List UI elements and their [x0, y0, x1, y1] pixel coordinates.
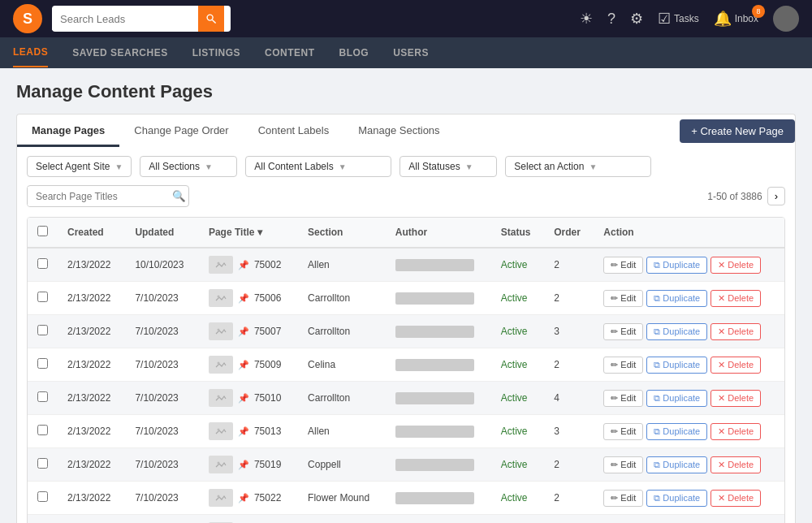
page-search-button[interactable]: 🔍: [166, 186, 189, 206]
svg-point-7: [217, 329, 219, 331]
tab-content-labels[interactable]: Content Labels: [244, 116, 343, 147]
row-order: 3: [544, 315, 594, 348]
create-new-page-button[interactable]: + Create New Page: [680, 119, 795, 143]
duplicate-button[interactable]: ⧉ Duplicate: [646, 490, 707, 507]
tab-change-page-order[interactable]: Change Page Order: [119, 116, 243, 147]
top-nav: S ☀ ? ⚙ ☑ Tasks 🔔 Inbox 8: [0, 0, 812, 37]
delete-button[interactable]: ✕ Delete: [710, 323, 761, 340]
inbox-badge: 8: [752, 5, 765, 18]
nav-icons: ☀ ? ⚙ ☑ Tasks 🔔 Inbox 8: [580, 6, 799, 32]
duplicate-button[interactable]: ⧉ Duplicate: [646, 290, 707, 307]
row-checkbox[interactable]: [37, 325, 48, 335]
content-labels-arrow: ▼: [339, 162, 347, 171]
row-author: ████████: [386, 282, 491, 315]
nav-users[interactable]: USERS: [393, 39, 429, 67]
duplicate-button[interactable]: ⧉ Duplicate: [646, 456, 707, 473]
edit-button[interactable]: ✏ Edit: [603, 490, 643, 507]
author-blurred: ████████: [395, 492, 474, 504]
duplicate-button[interactable]: ⧉ Duplicate: [646, 357, 707, 374]
row-checkbox[interactable]: [37, 292, 48, 302]
tab-manage-sections[interactable]: Manage Sections: [343, 116, 454, 147]
pin-icon: 📌: [238, 326, 249, 337]
settings-icon-button[interactable]: ⚙: [630, 10, 643, 28]
row-checkbox-cell: [28, 348, 58, 382]
nav-saved-searches[interactable]: SAVED SEARCHES: [72, 39, 167, 67]
delete-button[interactable]: ✕ Delete: [710, 390, 761, 407]
row-status: Active: [491, 515, 544, 524]
avatar[interactable]: [773, 6, 799, 32]
duplicate-button[interactable]: ⧉ Duplicate: [646, 423, 707, 440]
row-updated: 7/10/2023: [125, 315, 199, 348]
row-page-title: 📌 75009: [199, 348, 298, 382]
filters-row: Select Agent Site ▼ All Sections ▼ All C…: [27, 156, 785, 177]
row-checkbox[interactable]: [37, 491, 48, 502]
logo-button[interactable]: S: [13, 4, 42, 33]
edit-button[interactable]: ✏ Edit: [603, 290, 643, 307]
delete-button[interactable]: ✕ Delete: [710, 490, 761, 507]
tab-manage-pages[interactable]: Manage Pages: [17, 116, 119, 147]
row-actions: ✏ Edit ⧉ Duplicate ✕ Delete: [594, 315, 784, 348]
duplicate-button[interactable]: ⧉ Duplicate: [646, 390, 707, 407]
svg-point-11: [217, 395, 219, 398]
row-checkbox[interactable]: [37, 458, 48, 469]
tasks-button[interactable]: ☑ Tasks: [658, 10, 699, 28]
delete-button[interactable]: ✕ Delete: [710, 456, 761, 473]
header-checkbox: [28, 218, 58, 248]
edit-button[interactable]: ✏ Edit: [603, 456, 643, 473]
row-created: 2/13/2022: [58, 248, 125, 282]
delete-button[interactable]: ✕ Delete: [710, 423, 761, 440]
edit-button[interactable]: ✏ Edit: [603, 257, 643, 274]
row-checkbox-cell: [28, 315, 58, 348]
nav-content[interactable]: CONTENT: [265, 39, 315, 67]
row-page-number: 75002: [254, 259, 281, 270]
header-created: Created: [58, 218, 125, 248]
row-order: 2: [544, 482, 594, 515]
row-checkbox[interactable]: [37, 258, 48, 269]
nav-listings[interactable]: LISTINGS: [192, 39, 240, 67]
header-updated: Updated: [125, 218, 199, 248]
row-order: 3: [544, 415, 594, 448]
row-section: Celina: [298, 348, 386, 382]
row-checkbox[interactable]: [37, 425, 48, 435]
row-section: Flower Mound: [298, 482, 386, 515]
nav-blog[interactable]: BLOG: [339, 39, 369, 67]
row-page-title: 📌 75010: [199, 382, 298, 415]
search-input[interactable]: [52, 8, 198, 30]
row-checkbox[interactable]: [37, 358, 48, 369]
statuses-filter[interactable]: All Statuses ▼: [400, 156, 497, 177]
row-author: ████████: [386, 248, 491, 282]
delete-button[interactable]: ✕ Delete: [710, 257, 761, 274]
row-created: 2/13/2022: [58, 282, 125, 315]
author-blurred: ████████: [395, 326, 474, 338]
bulb-icon-button[interactable]: ☀: [580, 10, 593, 28]
svg-point-3: [217, 262, 219, 265]
search-submit-button[interactable]: [198, 6, 224, 32]
agent-site-filter[interactable]: Select Agent Site ▼: [27, 156, 132, 177]
pin-icon: 📌: [238, 493, 249, 504]
header-page-title[interactable]: Page Title ▾: [199, 218, 298, 248]
content-labels-filter[interactable]: All Content Labels ▼: [245, 156, 391, 177]
edit-button[interactable]: ✏ Edit: [603, 390, 643, 407]
row-checkbox[interactable]: [37, 391, 48, 402]
nav-leads[interactable]: LEADS: [13, 38, 48, 67]
sections-filter[interactable]: All Sections ▼: [140, 156, 237, 177]
delete-button[interactable]: ✕ Delete: [710, 357, 761, 374]
action-filter[interactable]: Select an Action ▼: [505, 156, 651, 177]
edit-button[interactable]: ✏ Edit: [603, 423, 643, 440]
search-bar: [52, 6, 231, 32]
row-actions: ✏ Edit ⧉ Duplicate ✕ Delete: [594, 248, 784, 282]
page-title-search-input[interactable]: [28, 187, 166, 206]
duplicate-button[interactable]: ⧉ Duplicate: [646, 323, 707, 340]
edit-button[interactable]: ✏ Edit: [603, 323, 643, 340]
help-icon-button[interactable]: ?: [607, 11, 615, 28]
next-page-button[interactable]: ›: [767, 187, 785, 205]
delete-button[interactable]: ✕ Delete: [710, 290, 761, 307]
edit-button[interactable]: ✏ Edit: [603, 357, 643, 374]
row-page-title: 📌 75022: [199, 482, 298, 515]
select-all-checkbox[interactable]: [37, 226, 48, 236]
duplicate-button[interactable]: ⧉ Duplicate: [646, 257, 707, 274]
table-row: 2/13/2022 7/10/2023 📌 75023 Plano ██████…: [28, 515, 784, 524]
row-page-number: 75007: [254, 326, 281, 337]
status-badge: Active: [501, 359, 528, 370]
svg-point-0: [207, 15, 213, 20]
